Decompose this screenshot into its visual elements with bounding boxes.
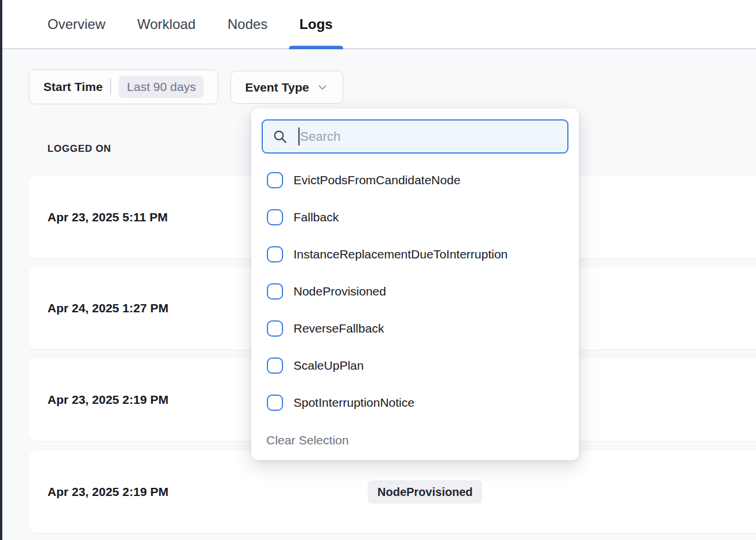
- logged-on-timestamp: Apr 24, 2025 1:27 PM: [47, 301, 168, 315]
- chevron-down-icon: [316, 81, 329, 94]
- dropdown-option-instancereplacementduetointerruption[interactable]: InstanceReplacementDueToInterruption: [251, 236, 579, 273]
- checkbox[interactable]: [267, 209, 283, 225]
- tab-nodes[interactable]: Nodes: [227, 0, 267, 48]
- search-input[interactable]: [300, 129, 560, 144]
- dropdown-option-reversefallback[interactable]: ReverseFallback: [251, 310, 579, 347]
- checkbox[interactable]: [267, 395, 283, 411]
- logged-on-timestamp: Apr 23, 2025 2:19 PM: [47, 393, 168, 407]
- event-type-dropdown: EvictPodsFromCandidateNode Fallback Inst…: [251, 108, 579, 460]
- dropdown-option-nodeprovisioned[interactable]: NodeProvisioned: [251, 273, 579, 310]
- tab-overview[interactable]: Overview: [47, 0, 105, 48]
- start-time-value-chip: Last 90 days: [119, 76, 204, 97]
- clear-selection-button[interactable]: Clear Selection: [266, 433, 348, 447]
- option-label: ReverseFallback: [293, 322, 384, 335]
- event-type-filter-button[interactable]: Event Type: [230, 71, 343, 104]
- event-type-label: Event Type: [245, 81, 309, 94]
- search-box[interactable]: [262, 119, 568, 154]
- filter-bar: Start Time Last 90 days Event Type: [29, 70, 343, 104]
- checkbox[interactable]: [267, 172, 283, 188]
- option-label: InstanceReplacementDueToInterruption: [293, 247, 508, 261]
- checkbox[interactable]: [267, 246, 283, 262]
- dropdown-option-scaleupplan[interactable]: ScaleUpPlan: [251, 347, 579, 384]
- tab-bar: Overview Workload Nodes Logs: [0, 0, 756, 49]
- tab-logs[interactable]: Logs: [299, 0, 332, 48]
- event-type-options: EvictPodsFromCandidateNode Fallback Inst…: [251, 162, 579, 421]
- dropdown-option-fallback[interactable]: Fallback: [251, 199, 579, 236]
- tabs: Overview Workload Nodes Logs: [0, 0, 756, 48]
- logged-on-timestamp: Apr 23, 2025 2:19 PM: [47, 485, 168, 499]
- option-label: Fallback: [293, 210, 339, 224]
- option-label: EvictPodsFromCandidateNode: [293, 173, 460, 187]
- column-header-logged-on: LOGGED ON: [47, 143, 111, 155]
- tab-nodes-label: Nodes: [227, 16, 267, 32]
- filter-divider: [110, 79, 111, 95]
- dropdown-option-spotinterruptionnotice[interactable]: SpotInterruptionNotice: [251, 384, 579, 421]
- table-row[interactable]: Apr 23, 2025 2:19 PM NodeProvisioned: [29, 451, 756, 533]
- checkbox[interactable]: [267, 283, 283, 300]
- option-label: SpotInterruptionNotice: [293, 396, 414, 410]
- checkbox[interactable]: [267, 357, 283, 374]
- logged-on-timestamp: Apr 23, 2025 5:11 PM: [47, 210, 168, 224]
- event-type-badge: NodeProvisioned: [368, 480, 482, 503]
- dropdown-option-evictpodsfromcandidatenode[interactable]: EvictPodsFromCandidateNode: [251, 162, 579, 199]
- option-label: NodeProvisioned: [293, 284, 386, 298]
- tab-overview-label: Overview: [47, 16, 105, 32]
- sidebar-edge: [0, 0, 2, 540]
- tab-workload-label: Workload: [137, 16, 196, 32]
- tab-workload[interactable]: Workload: [137, 0, 196, 48]
- start-time-filter-button[interactable]: Start Time Last 90 days: [29, 70, 218, 104]
- tab-logs-label: Logs: [299, 16, 332, 32]
- start-time-label: Start Time: [43, 80, 102, 94]
- checkbox[interactable]: [267, 320, 283, 337]
- search-icon: [272, 129, 288, 144]
- option-label: ScaleUpPlan: [293, 359, 364, 373]
